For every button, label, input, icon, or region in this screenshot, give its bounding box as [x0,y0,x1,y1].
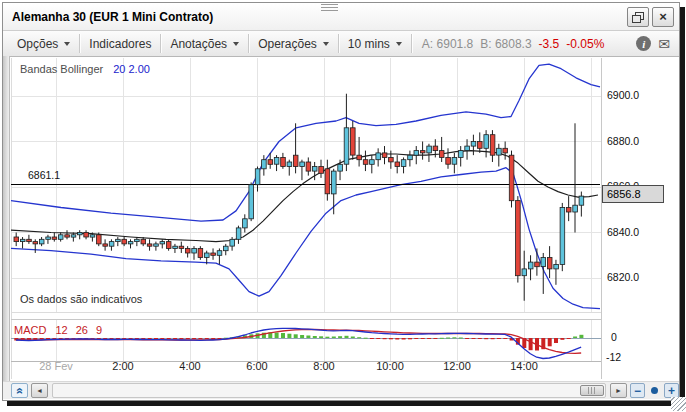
indicator-params: 20 2.00 [113,63,150,75]
scrollbar-row: » ◄ ► − + [3,381,679,399]
title-bar[interactable]: Alemanha 30 (EUR 1 Mini Contrato) × [3,3,679,30]
time-axis-tick: 14:00 [510,360,538,372]
chevron-down-icon [233,42,239,49]
time-axis-tick: 8:00 [313,360,334,372]
collapse-panel-button[interactable]: » [11,383,28,398]
scroll-left-button[interactable]: ◄ [31,383,48,398]
macd-axis-tick: -12 [606,351,621,363]
window-resize-grip[interactable] [671,397,686,411]
interval-label: 10 mins [348,37,390,51]
menu-opcoes-label: Opções [17,37,58,51]
time-axis-tick: 6:00 [246,360,267,372]
time-axis-tick: 2:00 [112,360,133,372]
macd-name: MACD [14,324,46,336]
menu-anotacoes[interactable]: Anotações [161,32,248,55]
menu-opcoes[interactable]: Opções [8,32,79,55]
time-axis-tick: 28 Fev [39,360,73,372]
chevron-down-icon [323,42,329,49]
restore-button[interactable] [627,7,649,27]
double-chevron-up-icon: » [14,387,26,394]
scrollbar-track[interactable] [52,383,606,398]
time-axis-tick: 12:00 [443,360,471,372]
ask-price: A: 6901.8 [422,37,473,51]
chevron-down-icon [396,42,402,49]
splitter-grip-icon [321,4,338,11]
chart-window: Alemanha 30 (EUR 1 Mini Contrato) × Opçõ… [2,2,680,401]
menu-operacoes[interactable]: Operações [249,32,338,55]
left-gutter [3,56,10,381]
indicator-name: Bandas Bollinger [20,63,103,75]
price-axis-tick: 6900.0 [607,89,639,101]
info-icon[interactable]: i [636,36,651,51]
window-title: Alemanha 30 (EUR 1 Mini Contrato) [8,10,627,24]
zoom-reset-dot[interactable] [651,387,658,394]
close-icon: × [659,10,667,23]
level-price-label: 6861.1 [28,169,60,181]
zoom-in-button[interactable]: + [664,383,679,398]
thumb-grip-icon [588,387,597,394]
time-axis-tick: 10:00 [376,360,404,372]
change-value: -3.5 [539,37,560,51]
mail-icon[interactable]: ✉ [658,37,670,51]
price-axis-tick: 6840.0 [607,226,639,238]
macd-legend[interactable]: MACD 12 26 9 [14,324,102,336]
bid-price: B: 6808.3 [480,37,531,51]
interval-dropdown[interactable]: 10 mins [339,32,411,55]
menu-indicadores[interactable]: Indicadores [80,32,160,55]
change-percent: -0.05% [566,37,604,51]
window-buttons: × [627,7,674,27]
price-axis-tick: 6880.0 [607,135,639,147]
menu-anotacoes-label: Anotações [170,37,227,51]
indicative-data-notice: Os dados são indicativos [20,293,142,305]
price-axis-tick: 6820.0 [607,271,639,283]
toolbar-icons: i ✉ [636,36,679,51]
scroll-right-button[interactable]: ► [610,383,627,398]
indicator-legend[interactable]: Bandas Bollinger 20 2.00 [20,63,150,75]
time-axis-tick: 4:00 [179,360,200,372]
chevron-down-icon [64,42,70,49]
macd-axis-tick: 0 [611,331,617,343]
scrollbar-thumb[interactable] [580,385,604,396]
current-price-badge: 6856.8 [602,185,664,203]
menu-indicadores-label: Indicadores [89,37,151,51]
close-button[interactable]: × [652,7,674,27]
toolbar: Opções Indicadores Anotações Operações 1… [3,30,679,57]
restore-icon [632,11,644,22]
quote-display: A: 6901.8 B: 6808.3 -3.5 -0.05% [412,37,614,51]
menu-operacoes-label: Operações [258,37,317,51]
zoom-out-button[interactable]: − [630,383,645,398]
macd-params: 12 26 9 [55,324,102,336]
